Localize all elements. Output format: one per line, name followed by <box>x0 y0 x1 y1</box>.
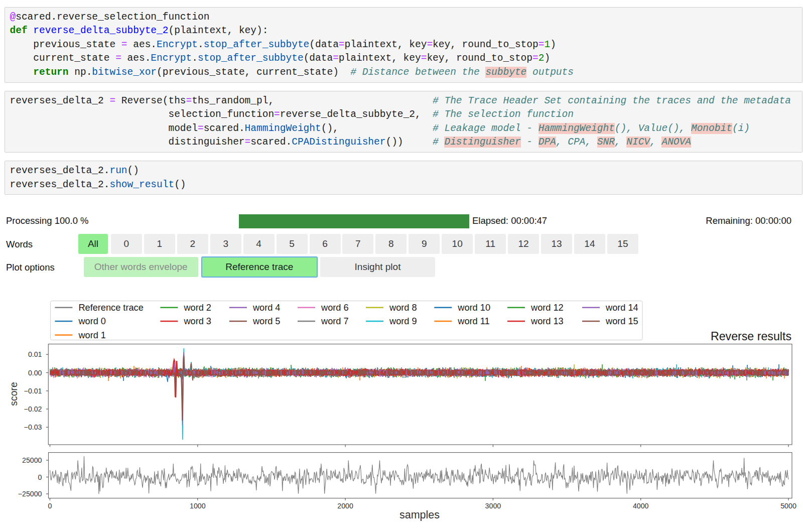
svg-text:2000: 2000 <box>337 502 353 510</box>
svg-text:word 3: word 3 <box>183 316 211 326</box>
svg-text:−0.03: −0.03 <box>24 423 42 431</box>
svg-text:word 1: word 1 <box>78 330 106 340</box>
svg-text:3000: 3000 <box>485 502 501 510</box>
svg-text:word 8: word 8 <box>389 303 417 313</box>
svg-text:0.00: 0.00 <box>28 369 42 377</box>
svg-text:0: 0 <box>48 502 52 510</box>
svg-text:word 7: word 7 <box>321 316 349 326</box>
svg-text:word 2: word 2 <box>183 303 211 313</box>
svg-text:25000: 25000 <box>22 456 42 464</box>
svg-text:Reverse results: Reverse results <box>711 330 791 343</box>
svg-text:word 13: word 13 <box>530 316 564 326</box>
svg-text:Reference trace: Reference trace <box>78 303 143 313</box>
svg-text:0: 0 <box>38 473 42 481</box>
svg-text:word 15: word 15 <box>605 316 638 326</box>
svg-text:word 6: word 6 <box>321 303 349 313</box>
svg-text:−0.02: −0.02 <box>24 405 42 413</box>
svg-text:word 0: word 0 <box>78 316 106 326</box>
svg-text:score: score <box>8 382 19 406</box>
svg-text:5000: 5000 <box>780 502 796 510</box>
svg-text:4000: 4000 <box>633 502 649 510</box>
svg-text:1000: 1000 <box>190 502 206 510</box>
svg-text:0.01: 0.01 <box>28 350 42 358</box>
svg-text:word 9: word 9 <box>389 316 417 326</box>
svg-text:word 5: word 5 <box>252 316 281 326</box>
svg-text:−0.01: −0.01 <box>24 387 42 395</box>
svg-text:word 4: word 4 <box>252 303 281 313</box>
svg-text:word 11: word 11 <box>457 316 489 326</box>
svg-text:word 12: word 12 <box>530 303 564 313</box>
svg-text:samples: samples <box>399 509 440 521</box>
svg-text:word 10: word 10 <box>457 303 490 313</box>
svg-text:word 14: word 14 <box>605 303 638 313</box>
svg-text:−25000: −25000 <box>18 490 42 498</box>
